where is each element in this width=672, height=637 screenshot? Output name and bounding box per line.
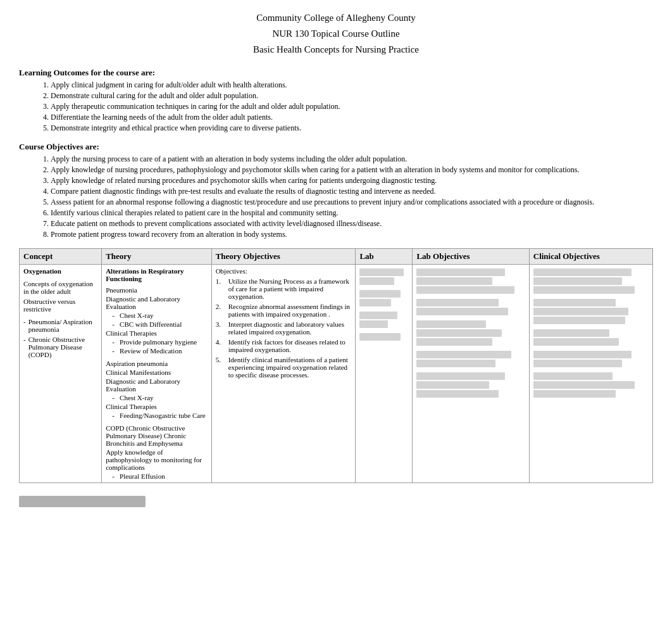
course-obj-7: Educate patient on methods to prevent co… (51, 219, 653, 229)
course-table: Concept Theory Theory Objectives Lab Lab… (19, 248, 653, 483)
clin-obj-gray-13 (533, 390, 616, 398)
bottom-bar (19, 496, 146, 507)
college-name: Community College of Allegheny County (19, 13, 653, 23)
lab-obj-gray-13 (416, 390, 499, 398)
clin-obj-gray-5 (533, 308, 628, 315)
course-obj-8: Promote patient progress toward recovery… (51, 230, 653, 239)
learning-outcomes-list: Apply clinical judgment in caring for ad… (51, 80, 653, 133)
lab-obj-cell (413, 265, 529, 483)
clin-obj-gray-7 (533, 329, 609, 337)
theory-pleural: - Pleural Effusion (112, 472, 208, 480)
clin-obj-gray-6 (533, 317, 625, 324)
clin-obj-gray-11 (533, 372, 613, 380)
lab-obj-gray-4 (416, 299, 499, 306)
course-objectives-list: Apply the nursing process to care of a p… (51, 155, 653, 239)
clin-obj-gray-3 (533, 286, 635, 294)
document-header: Community College of Allegheny County NU… (19, 13, 653, 55)
theory-chest-xray-2: - Chest X-ray (112, 394, 208, 401)
lab-obj-gray-2 (416, 277, 492, 285)
clin-obj-gray-8 (533, 338, 619, 346)
col-header-lab-obj: Lab Objectives (413, 249, 529, 265)
lab-obj-gray-12 (416, 381, 489, 389)
theory-obj-4: 4. Identify risk factors for diseases re… (216, 338, 352, 353)
theory-obj-3: 3. Interpret diagnostic and laboratory v… (216, 320, 352, 336)
theory-obj-1: 1. Utilize the Nursing Process as a fram… (216, 277, 352, 300)
theory-obj-label: Objectives: (216, 267, 352, 275)
lab-cell (356, 265, 413, 483)
theory-obj-5: 5. Identify clinical manifestations of a… (216, 356, 352, 379)
lab-obj-gray-6 (416, 320, 486, 328)
theory-medication: - Review of Medication (112, 347, 208, 355)
theory-obj-2: 2. Recognize abnormal assessment finding… (216, 303, 352, 318)
course-obj-2: Apply knowledge of nursing procedures, p… (51, 165, 653, 175)
clinical-obj-cell (529, 265, 652, 483)
theory-cell: Alterations in Respiratory Functioning P… (102, 265, 212, 483)
learning-outcomes-title: Learning Outcomes for the course are: (19, 68, 653, 78)
lab-obj-gray-8 (416, 338, 492, 346)
table-row-main: Oxygenation Concepts of oxygenation in t… (20, 265, 653, 483)
col-header-theory: Theory (102, 249, 212, 265)
course-obj-1: Apply the nursing process to care of a p… (51, 155, 653, 164)
learning-outcome-3: Apply therapeutic communication techniqu… (51, 102, 653, 111)
course-obj-4: Compare patient diagnostic findings with… (51, 187, 653, 196)
lab-gray-7 (359, 333, 401, 341)
theory-item-1: Alterations in Respiratory Functioning (106, 267, 208, 282)
lab-obj-gray-7 (416, 329, 502, 337)
lab-obj-gray-11 (416, 372, 505, 380)
theory-cbc: - CBC with Differential (112, 320, 208, 328)
lab-obj-gray-9 (416, 351, 511, 358)
lab-gray-1 (359, 268, 404, 276)
lab-obj-gray-10 (416, 360, 495, 367)
clin-obj-gray-10 (533, 360, 622, 367)
lab-gray-3 (359, 290, 401, 298)
clin-obj-gray-12 (533, 381, 635, 389)
clin-obj-gray-1 (533, 268, 632, 276)
learning-outcome-2: Demonstrate cultural caring for the adul… (51, 91, 653, 101)
theory-feeding: - Feeding/Nasogastric tube Care (112, 412, 208, 419)
theory-obj-cell: Objectives: 1. Utilize the Nursing Proce… (211, 265, 356, 483)
concept-oxygenation: Oxygenation (23, 267, 97, 275)
concept-cell: Oxygenation Concepts of oxygenation in t… (20, 265, 102, 483)
lab-gray-6 (359, 320, 388, 328)
concept-obstructive: Obstructive versus restrictive (23, 298, 97, 313)
theory-apply-knowledge: Apply knowledge of pathophysiology to mo… (106, 448, 208, 471)
course-obj-3: Apply knowledge of related nursing proce… (51, 176, 653, 186)
col-header-concept: Concept (20, 249, 102, 265)
theory-aspiration: Aspiration pneumonia (106, 360, 208, 367)
theory-item-pneumonia: Pneumonia (106, 286, 208, 294)
clin-obj-gray-2 (533, 277, 622, 285)
concept-concepts-of: Concepts of oxygenation in the older adu… (23, 280, 97, 295)
learning-outcome-1: Apply clinical judgment in caring for ad… (51, 80, 653, 90)
col-header-theory-obj: Theory Objectives (211, 249, 356, 265)
theory-pulmonary: - Provide pulmonary hygiene (112, 338, 208, 346)
lab-obj-gray-3 (416, 286, 514, 294)
course-code: NUR 130 Topical Course Outline (19, 28, 653, 39)
lab-obj-gray-1 (416, 268, 505, 276)
course-obj-6: Identify various clinical therapies rela… (51, 208, 653, 218)
course-obj-5: Assess patient for an abnormal response … (51, 198, 653, 207)
theory-clinical-therapies-1: Clinical Therapies (106, 329, 208, 337)
theory-clinical-therapies-2: Clinical Therapies (106, 403, 208, 410)
theory-obj-list: 1. Utilize the Nursing Process as a fram… (216, 277, 352, 379)
lab-gray-2 (359, 277, 394, 285)
course-title: Basic Health Concepts for Nursing Practi… (19, 44, 653, 55)
theory-clinical-manifestions: Clinical Manifestations (106, 369, 208, 376)
clin-obj-gray-4 (533, 299, 616, 306)
learning-outcome-4: Differentiate the learning needs of the … (51, 113, 653, 122)
concept-bullet2: - Chronic Obstructive Pulmonary Disease … (23, 336, 97, 358)
lab-gray-4 (359, 299, 391, 306)
lab-gray-5 (359, 312, 397, 319)
theory-diag-lab-2: Diagnostic and Laboratory Evaluation (106, 377, 208, 393)
theory-chest-xray-1: - Chest X-ray (112, 312, 208, 319)
clin-obj-gray-9 (533, 351, 632, 358)
course-objectives-title: Course Objectives are: (19, 142, 653, 152)
learning-outcome-5: Demonstrate integrity and ethical practi… (51, 123, 653, 133)
theory-copd: COPD (Chronic Obstructive Pulmonary Dise… (106, 424, 208, 447)
concept-bullet1: - Pneumonia/ Aspiration pneumonia (23, 318, 97, 333)
col-header-clinical-obj: Clinical Objectives (529, 249, 652, 265)
col-header-lab: Lab (356, 249, 413, 265)
theory-diag-lab: Diagnostic and Laboratory Evaluation (106, 295, 208, 310)
lab-obj-gray-5 (416, 308, 508, 315)
